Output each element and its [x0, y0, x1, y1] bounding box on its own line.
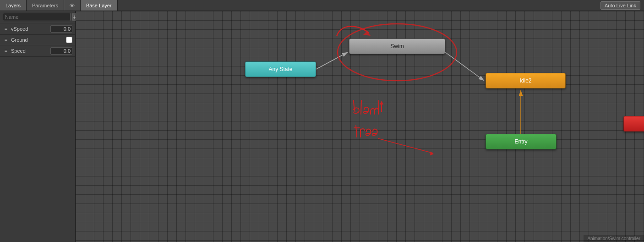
param-value-speed[interactable] [50, 47, 72, 55]
svg-marker-8 [380, 101, 383, 104]
svg-marker-10 [430, 152, 434, 155]
node-any-state[interactable]: Any State [245, 61, 316, 77]
param-name-vspeed: vSpeed [11, 26, 49, 32]
equals-icon-speed: = [3, 49, 9, 54]
canvas-area[interactable]: Swim Any State Idle2 Entry Exit Animatio… [76, 11, 644, 242]
node-any-state-label: Any State [268, 66, 292, 72]
search-row: + [0, 11, 75, 23]
node-entry-label: Entry [514, 138, 527, 145]
param-value-vspeed[interactable] [50, 25, 72, 33]
svg-line-2 [316, 52, 348, 69]
node-swim[interactable]: Swim [349, 38, 445, 54]
status-bar: Animation/Swim controller [584, 235, 644, 242]
svg-marker-6 [363, 31, 371, 36]
param-checkbox-ground[interactable] [66, 37, 72, 43]
left-panel: + = vSpeed = Ground = Speed [0, 11, 76, 242]
tab-eye[interactable]: 👁 [64, 0, 81, 11]
main-layout: + = vSpeed = Ground = Speed [0, 11, 644, 242]
param-row-ground: = Ground [0, 35, 75, 45]
param-name-ground: Ground [11, 37, 64, 43]
top-bar: Layers Parameters 👁 Base Layer Auto Live… [0, 0, 644, 11]
node-entry[interactable]: Entry [486, 134, 557, 149]
search-input[interactable] [3, 13, 71, 21]
auto-live-link-button[interactable]: Auto Live Link [600, 1, 640, 10]
node-idle2-label: Idle2 [519, 77, 531, 84]
tab-parameters[interactable]: Parameters [27, 0, 64, 11]
equals-icon-vspeed: = [3, 27, 9, 32]
svg-line-9 [378, 138, 433, 153]
node-swim-label: Swim [390, 43, 404, 50]
tab-base-layer[interactable]: Base Layer [81, 0, 118, 11]
equals-icon-ground: = [3, 38, 9, 43]
status-text: Animation/Swim controller [587, 236, 640, 241]
param-row-speed: = Speed [0, 45, 75, 57]
node-exit[interactable]: Exit [623, 116, 644, 132]
param-name-speed: Speed [11, 48, 49, 54]
tab-layers[interactable]: Layers [0, 0, 27, 11]
svg-line-3 [445, 52, 484, 81]
node-idle2[interactable]: Idle2 [486, 73, 566, 88]
param-row-vspeed: = vSpeed [0, 23, 75, 35]
